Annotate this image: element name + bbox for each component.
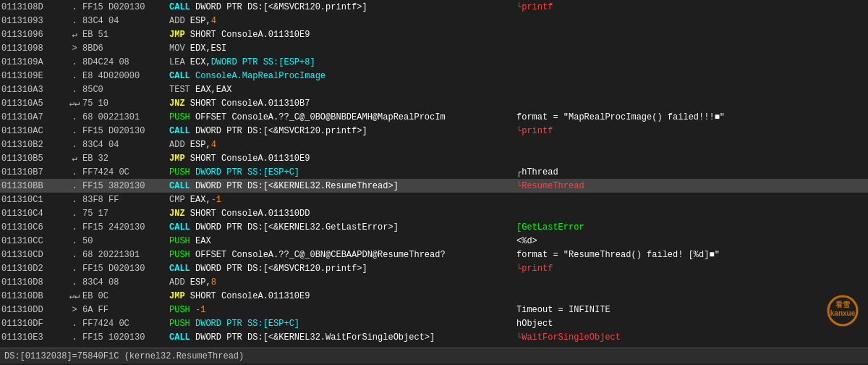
table-row[interactable]: 0113109E.E8 4D020000CALL ConsoleA.MapRea… — [0, 69, 868, 83]
flow-indicator: . — [67, 236, 82, 246]
comment: format = "ResumeThread() failed! [%d]■" — [516, 250, 867, 260]
status-bar: DS:[01132038]=75840F1C (kernel32.ResumeT… — [0, 348, 868, 364]
table-row[interactable]: 011310C6.FF15 2420130CALL DWORD PTR DS:[… — [0, 220, 868, 234]
address: 0113109A — [1, 57, 67, 67]
table-row[interactable]: 011310CD.68 20221301PUSH OFFSET ConsoleA… — [0, 248, 868, 261]
hex-bytes: FF15 D020130 — [82, 126, 169, 136]
address: 011310CD — [1, 250, 67, 260]
table-row[interactable]: 01131098>8BD6MOV EDX,ESI — [0, 41, 868, 55]
table-row[interactable]: 011310E3.FF15 1020130CALL DWORD PTR DS:[… — [0, 330, 868, 344]
hex-bytes: 8BD6 — [82, 43, 169, 54]
hex-bytes: 8D4C24 08 — [82, 57, 169, 67]
flow-indicator: ↵↵ — [67, 98, 82, 109]
table-row[interactable]: 011310A7.68 00221301PUSH OFFSET ConsoleA… — [0, 110, 868, 124]
table-row[interactable]: 011310B5↵EB 32JMP SHORT ConsoleA.011310E… — [0, 151, 868, 165]
status-text: DS:[01132038]=75840F1C (kernel32.ResumeT… — [4, 351, 244, 361]
table-row[interactable]: 011310B7.FF7424 0CPUSH DWORD PTR SS:[ESP… — [0, 165, 868, 179]
address: 011310E3 — [1, 332, 67, 343]
table-row[interactable]: 0113109A.8D4C24 08LEA ECX,DWORD PTR SS:[… — [0, 55, 868, 69]
instruction: CALL DWORD PTR DS:[<&MSVCR120.printf>] — [169, 126, 516, 136]
table-row[interactable]: 011310A3.85C0TEST EAX,EAX — [0, 83, 868, 96]
instruction: ADD ESP,4 — [169, 140, 516, 150]
hex-bytes: 68 20221301 — [82, 250, 169, 260]
table-row[interactable]: 011310C4.75 17JNZ SHORT ConsoleA.011310D… — [0, 206, 868, 220]
table-row[interactable]: 011310B2.83C4 04ADD ESP,4 — [0, 138, 868, 151]
hex-bytes: EB 32 — [82, 154, 169, 164]
table-row[interactable]: 011310A5↵↵75 10JNZ SHORT ConsoleA.011310… — [0, 96, 868, 110]
hex-bytes: 68 00221301 — [82, 112, 169, 122]
hex-bytes: 83C4 04 — [82, 140, 169, 150]
instruction: CALL DWORD PTR DS:[<&MSVCR120.printf>] — [169, 2, 516, 12]
table-row[interactable]: 011310DB↵↵EB 0CJMP SHORT ConsoleA.011310… — [0, 289, 868, 303]
table-row[interactable]: 01131096↵EB 51JMP SHORT ConsoleA.011310E… — [0, 28, 868, 41]
flow-indicator: . — [67, 277, 82, 288]
address: 011310AC — [1, 126, 67, 136]
hex-bytes: 83C4 08 — [82, 277, 169, 288]
flow-indicator: . — [67, 195, 82, 205]
flow-indicator: . — [67, 112, 82, 122]
address: 011310DF — [1, 319, 67, 329]
hex-bytes: E8 4D020000 — [82, 71, 169, 81]
address: 011310DD — [1, 305, 67, 315]
instruction: JMP SHORT ConsoleA.011310E9 — [169, 154, 516, 164]
table-row[interactable]: 011310D8.83C4 08ADD ESP,8 — [0, 275, 868, 289]
instruction: CALL DWORD PTR DS:[<&KERNEL32.ResumeThre… — [169, 181, 516, 191]
table-row[interactable]: 01131093.83C4 04ADD ESP,4 — [0, 14, 868, 28]
flow-indicator: . — [67, 126, 82, 136]
comment: ┌hThread — [516, 167, 867, 177]
hex-bytes: FF15 1020130 — [82, 332, 169, 343]
table-row[interactable]: 0113108D.FF15 D020130CALL DWORD PTR DS:[… — [0, 0, 868, 14]
instruction: PUSH -1 — [169, 305, 516, 315]
hex-bytes: 83C4 04 — [82, 16, 169, 26]
hex-bytes: FF7424 0C — [82, 167, 169, 177]
instruction: PUSH EAX — [169, 236, 516, 246]
flow-indicator: . — [67, 2, 82, 12]
svg-text:kanxue: kanxue — [830, 309, 856, 317]
instruction: ADD ESP,8 — [169, 277, 516, 288]
instruction: CALL ConsoleA.MapRealProcImage — [169, 71, 516, 81]
address: 011310B2 — [1, 140, 67, 150]
flow-indicator: ↵↵ — [67, 290, 82, 301]
instruction: CALL DWORD PTR DS:[<&KERNEL32.WaitForSin… — [169, 332, 516, 343]
address: 011310CC — [1, 236, 67, 246]
hex-bytes: EB 51 — [82, 30, 169, 40]
table-row[interactable]: 011310C1.83F8 FFCMP EAX,-1 — [0, 193, 868, 206]
comment: hObject — [516, 319, 867, 329]
instruction: CALL DWORD PTR DS:[<&MSVCR120.printf>] — [169, 264, 516, 274]
instruction-rows: 0113108D.FF15 D020130CALL DWORD PTR DS:[… — [0, 0, 868, 344]
address: 011310B7 — [1, 167, 67, 177]
table-row[interactable]: 011310BB.FF15 3820130CALL DWORD PTR DS:[… — [0, 179, 868, 193]
watermark: 看雪 kanxue — [825, 293, 861, 329]
hex-bytes: FF15 D020130 — [82, 2, 169, 12]
flow-indicator: > — [67, 305, 82, 315]
svg-text:看雪: 看雪 — [835, 301, 850, 309]
hex-bytes: 83F8 FF — [82, 195, 169, 205]
address: 011310B5 — [1, 154, 67, 164]
comment: └printf — [516, 2, 867, 12]
instruction: JNZ SHORT ConsoleA.011310DD — [169, 209, 516, 219]
table-row[interactable]: 011310DF.FF7424 0CPUSH DWORD PTR SS:[ESP… — [0, 316, 868, 330]
instruction: CMP EAX,-1 — [169, 195, 516, 205]
table-row[interactable]: 011310CC.50PUSH EAX<%d> — [0, 234, 868, 248]
instruction: PUSH OFFSET ConsoleA.??_C@_0BN@CEBAAPDN@… — [169, 250, 516, 260]
instruction: ADD ESP,4 — [169, 16, 516, 26]
flow-indicator: . — [67, 140, 82, 150]
flow-indicator: . — [67, 71, 82, 81]
instruction: PUSH DWORD PTR SS:[ESP+C] — [169, 319, 516, 329]
address: 0113109E — [1, 71, 67, 81]
address: 011310D8 — [1, 277, 67, 288]
instruction: LEA ECX,DWORD PTR SS:[ESP+8] — [169, 57, 516, 67]
disassembly-view: 0113108D.FF15 D020130CALL DWORD PTR DS:[… — [0, 0, 868, 348]
hex-bytes: 6A FF — [82, 305, 169, 315]
flow-indicator: . — [67, 16, 82, 26]
table-row[interactable]: 011310D2.FF15 D020130CALL DWORD PTR DS:[… — [0, 261, 868, 275]
hex-bytes: 75 10 — [82, 98, 169, 109]
hex-bytes: FF15 2420130 — [82, 222, 169, 232]
table-row[interactable]: 011310AC.FF15 D020130CALL DWORD PTR DS:[… — [0, 124, 868, 138]
instruction: MOV EDX,ESI — [169, 43, 516, 54]
address: 011310BB — [1, 181, 67, 191]
table-row[interactable]: 011310DD>6A FFPUSH -1Timeout = INFINITE — [0, 303, 868, 316]
flow-indicator: ↵ — [67, 153, 82, 164]
comment: <%d> — [516, 236, 867, 246]
flow-indicator: . — [67, 57, 82, 67]
